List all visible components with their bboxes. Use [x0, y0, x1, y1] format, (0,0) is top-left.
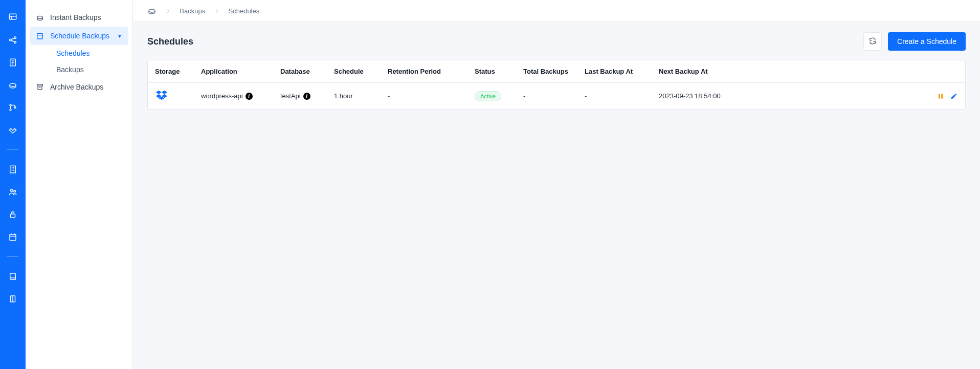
main: › Backups › Schedules Schedules Create a… [133, 0, 980, 369]
cell-schedule: 1 hour [334, 92, 388, 100]
breadcrumb-item[interactable]: Backups [180, 7, 205, 15]
database-name: testApi [280, 92, 301, 100]
cell-database: testApi i [280, 92, 334, 100]
rail-integrations-icon[interactable] [8, 35, 18, 45]
info-icon[interactable]: i [303, 93, 310, 100]
th-application: Application [201, 68, 280, 75]
svg-point-2 [14, 37, 16, 39]
svg-point-3 [14, 41, 16, 44]
cell-status: Active [475, 91, 523, 101]
icon-rail [0, 0, 26, 369]
secondary-sidebar: Instant Backups Schedule Backups ▼ Sched… [26, 0, 133, 369]
breadcrumb-sep-icon: › [167, 6, 169, 15]
svg-point-7 [14, 107, 16, 108]
cell-retention: - [388, 92, 475, 100]
rail-dashboard-icon[interactable] [8, 12, 18, 23]
rail-lock-icon[interactable] [8, 209, 18, 220]
svg-point-10 [14, 190, 16, 192]
rail-book-icon[interactable] [8, 271, 18, 281]
create-schedule-button[interactable]: Create a Schedule [888, 32, 966, 51]
dropbox-icon [155, 96, 168, 103]
svg-point-9 [11, 189, 13, 192]
sidebar-subitem-backups[interactable]: Backups [50, 61, 128, 78]
th-total: Total Backups [523, 68, 585, 75]
rail-building-icon[interactable] [8, 164, 18, 175]
app-root: Instant Backups Schedule Backups ▼ Sched… [0, 0, 980, 369]
cell-total: - [523, 92, 585, 100]
cloud-icon [36, 13, 44, 21]
refresh-icon [868, 37, 877, 47]
page-title: Schedules [147, 36, 193, 47]
sidebar-subitem-schedules[interactable]: Schedules [50, 45, 128, 61]
svg-rect-12 [10, 234, 16, 241]
th-retention: Retention Period [388, 68, 475, 75]
rail-divider [7, 149, 18, 150]
rail-backups-icon[interactable] [8, 80, 18, 90]
svg-rect-15 [37, 84, 43, 86]
th-status: Status [475, 68, 523, 75]
archive-icon [36, 83, 44, 91]
rail-docs-icon[interactable] [8, 294, 18, 304]
rail-handshake-icon[interactable] [8, 125, 18, 135]
th-schedule: Schedule [334, 68, 388, 75]
svg-rect-14 [37, 33, 43, 39]
rail-calendar-icon[interactable] [8, 232, 18, 242]
th-database: Database [280, 68, 334, 75]
svg-rect-16 [939, 94, 940, 98]
breadcrumbs: › Backups › Schedules [133, 0, 980, 22]
svg-rect-8 [10, 166, 16, 173]
sidebar-item-label: Schedule Backups [50, 32, 109, 40]
edit-button[interactable] [950, 92, 958, 100]
th-next: Next Backup At [659, 68, 927, 75]
sidebar-item-archive-backups[interactable]: Archive Backups [30, 78, 128, 96]
cell-storage [155, 89, 201, 103]
page-header: Schedules Create a Schedule [147, 32, 966, 51]
svg-rect-11 [11, 214, 15, 218]
th-storage: Storage [155, 68, 201, 75]
table-header-row: Storage Application Database Schedule Re… [148, 60, 965, 83]
rail-page-icon[interactable] [8, 57, 18, 68]
breadcrumb-item[interactable]: Schedules [229, 7, 260, 15]
breadcrumb-sep-icon: › [215, 6, 218, 15]
cell-actions [927, 92, 958, 100]
rail-users-icon[interactable] [8, 187, 18, 197]
content: Schedules Create a Schedule Storage Appl… [133, 22, 980, 369]
th-last: Last Backup At [585, 68, 659, 75]
pause-button[interactable] [937, 92, 945, 100]
table-row: wordpress-api i testApi i 1 hour - Activ… [148, 83, 965, 110]
sidebar-item-instant-backups[interactable]: Instant Backups [30, 8, 128, 27]
svg-point-1 [10, 39, 12, 41]
page-actions: Create a Schedule [863, 32, 966, 51]
sidebar-subitems: Schedules Backups [30, 45, 128, 78]
cell-next: 2023-09-23 18:54:00 [659, 92, 927, 100]
calendar-icon [36, 32, 44, 40]
info-icon[interactable]: i [246, 93, 253, 100]
sidebar-item-label: Instant Backups [50, 13, 101, 21]
rail-divider-2 [7, 256, 18, 257]
breadcrumb-home-icon[interactable] [147, 6, 157, 15]
svg-point-6 [10, 109, 11, 111]
rail-branches-icon[interactable] [8, 102, 18, 113]
sidebar-item-schedule-backups[interactable]: Schedule Backups ▼ [30, 27, 128, 45]
schedules-table: Storage Application Database Schedule Re… [147, 60, 966, 110]
cell-application: wordpress-api i [201, 92, 280, 100]
refresh-button[interactable] [863, 32, 882, 51]
svg-point-5 [10, 104, 11, 106]
cell-last: - [585, 92, 659, 100]
svg-rect-17 [941, 94, 943, 98]
status-badge: Active [475, 91, 501, 101]
sidebar-item-label: Archive Backups [50, 83, 103, 91]
application-name: wordpress-api [201, 92, 243, 100]
chevron-down-icon: ▼ [117, 33, 122, 39]
